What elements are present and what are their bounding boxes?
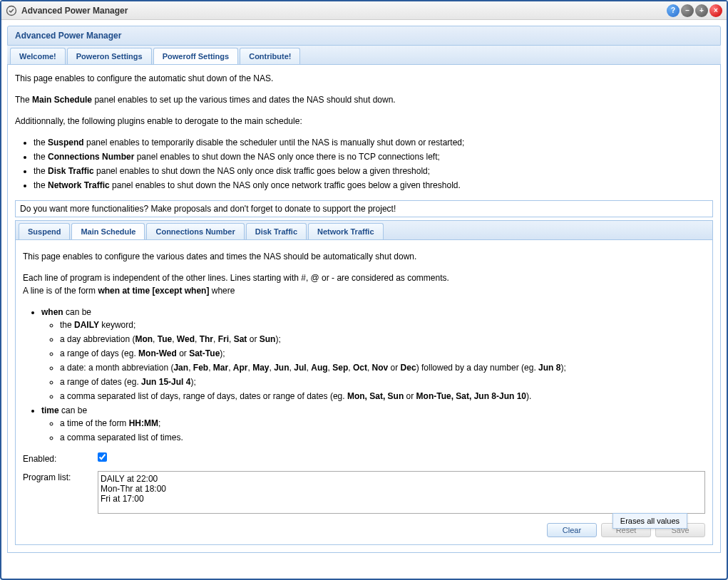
enabled-label: Enabled: bbox=[23, 452, 98, 464]
program-textarea[interactable] bbox=[98, 471, 705, 514]
window-title: Advanced Power Manager bbox=[21, 6, 667, 16]
tab-poweroff[interactable]: Poweroff Settings bbox=[153, 48, 239, 64]
window-controls: ? – + × bbox=[667, 4, 722, 17]
app-icon bbox=[6, 5, 17, 16]
when-item: when can be the DAILY keyword; a day abb… bbox=[41, 306, 705, 403]
program-row: Program list: bbox=[23, 471, 705, 516]
tab-contribute[interactable]: Contribute! bbox=[240, 48, 300, 64]
donate-banner[interactable]: Do you want more functionalities? Make p… bbox=[15, 200, 713, 217]
enabled-checkbox[interactable] bbox=[98, 452, 107, 462]
schedule-syntax: when can be the DAILY keyword; a day abb… bbox=[41, 306, 705, 444]
intro-bullets: the Suspend panel enables to temporarily… bbox=[34, 136, 713, 192]
tooltip: Erases all values bbox=[612, 513, 687, 529]
subtab-connections[interactable]: Connections Number bbox=[146, 223, 244, 239]
app-window: Advanced Power Manager ? – + × Advanced … bbox=[0, 0, 728, 580]
schedule-help2: A line is of the form when at time [exce… bbox=[23, 284, 705, 297]
close-icon[interactable]: × bbox=[709, 4, 722, 17]
main-tabstrip: Welcome! Poweron Settings Poweroff Setti… bbox=[7, 46, 721, 65]
clear-button[interactable]: Clear bbox=[547, 523, 597, 537]
enabled-row: Enabled: bbox=[23, 452, 705, 464]
intro-line3: Additionnally, the following plugins ena… bbox=[15, 115, 713, 128]
help-icon[interactable]: ? bbox=[667, 4, 680, 17]
titlebar[interactable]: Advanced Power Manager ? – + × bbox=[1, 1, 727, 20]
program-label: Program list: bbox=[23, 471, 98, 482]
schedule-help: Each line of program is independent of t… bbox=[23, 271, 705, 284]
subtab-network-traffic[interactable]: Network Traffic bbox=[308, 223, 383, 239]
bullet-network: the Network Traffic panel enables to shu… bbox=[34, 179, 713, 192]
tab-welcome[interactable]: Welcome! bbox=[10, 48, 66, 64]
tab-poweron[interactable]: Poweron Settings bbox=[67, 48, 152, 64]
schedule-intro: This page enables to configure the vario… bbox=[23, 250, 705, 263]
body: Advanced Power Manager Welcome! Poweron … bbox=[1, 20, 727, 579]
maximize-icon[interactable]: + bbox=[695, 4, 708, 17]
time-item: time can be a time of the form HH:MM; a … bbox=[41, 404, 705, 444]
intro-line2: The Main Schedule panel enables to set u… bbox=[15, 93, 713, 106]
schedule-content: This page enables to configure the vario… bbox=[15, 240, 713, 545]
subtab-main-schedule[interactable]: Main Schedule bbox=[71, 223, 145, 239]
bullet-connections: the Connections Number panel enables to … bbox=[34, 150, 713, 163]
bullet-disk: the Disk Traffic panel enables to shut d… bbox=[34, 165, 713, 177]
intro-line1: This page enables to configure the autom… bbox=[15, 72, 713, 85]
subtab-disk-traffic[interactable]: Disk Traffic bbox=[246, 223, 307, 239]
sub-tabstrip: Suspend Main Schedule Connections Number… bbox=[15, 220, 713, 240]
button-row: Clear Reset Save bbox=[23, 523, 705, 537]
main-content: This page enables to configure the autom… bbox=[7, 65, 721, 553]
minimize-icon[interactable]: – bbox=[681, 4, 694, 17]
panel-title: Advanced Power Manager bbox=[7, 26, 721, 46]
bullet-suspend: the Suspend panel enables to temporarily… bbox=[34, 136, 713, 149]
subtab-suspend[interactable]: Suspend bbox=[19, 223, 70, 239]
